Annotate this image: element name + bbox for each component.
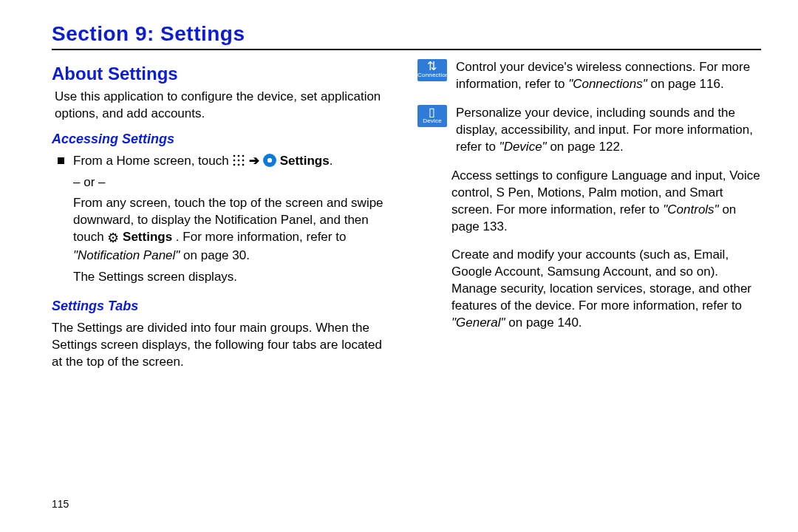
connections-text-b: on page 116. (650, 77, 723, 91)
accessing-step-1: From a Home screen, touch ➔ Settings. – … (58, 153, 395, 290)
step1-period: . (330, 154, 333, 168)
accessing-step-3: The Settings screen displays. (73, 269, 395, 286)
step2-text-c: on page 30. (183, 248, 250, 262)
general-text-a: Create and modify your accounts (such as… (451, 248, 751, 313)
notification-panel-ref: "Notification Panel" (73, 248, 180, 262)
connections-row: ⇅ Connections Control your device's wire… (417, 59, 761, 93)
about-settings-intro: Use this application to configure the de… (55, 89, 395, 123)
accessing-settings-heading: Accessing Settings (52, 130, 395, 148)
section-rule (52, 49, 761, 50)
step2-text-b: . For more information, refer to (176, 230, 347, 244)
device-text-b: on page 122. (550, 140, 623, 154)
connections-icon-label: Connections (417, 72, 452, 78)
settings-tabs-intro: The Settings are divided into four main … (52, 320, 395, 371)
step2-settings-label: Settings (123, 230, 172, 244)
general-ref: "General" (451, 316, 505, 330)
connections-icon: ⇅ Connections (417, 59, 447, 81)
right-column: ⇅ Connections Control your device's wire… (417, 59, 761, 375)
settings-gear-icon (263, 154, 276, 167)
left-column: About Settings Use this application to c… (52, 59, 395, 375)
about-settings-heading: About Settings (52, 62, 395, 86)
general-row: Create and modify your accounts (such as… (417, 247, 761, 332)
settings-label: Settings (280, 154, 330, 168)
apps-grid-icon (232, 154, 245, 167)
device-row: ▯ Device Personalize your device, includ… (417, 105, 761, 156)
bullet-icon (58, 157, 64, 164)
or-separator: – or – (73, 174, 395, 191)
arrow-icon: ➔ (249, 154, 263, 168)
accessing-step-2: From any screen, touch the top of the sc… (73, 195, 395, 264)
device-icon: ▯ Device (417, 105, 447, 127)
device-icon-label: Device (423, 117, 442, 124)
settings-gear-black-icon: ⚙ (107, 231, 119, 245)
step1-text: From a Home screen, touch (73, 154, 232, 168)
general-text-b: on page 140. (508, 316, 582, 330)
device-ref: "Device" (499, 140, 547, 154)
controls-ref: "Controls" (663, 202, 718, 216)
connections-ref: "Connections" (568, 77, 647, 91)
page-number: 115 (52, 498, 69, 510)
settings-tabs-heading: Settings Tabs (52, 297, 395, 315)
section-title: Section 9: Settings (52, 22, 761, 46)
controls-row: Access settings to configure Language an… (417, 168, 761, 236)
